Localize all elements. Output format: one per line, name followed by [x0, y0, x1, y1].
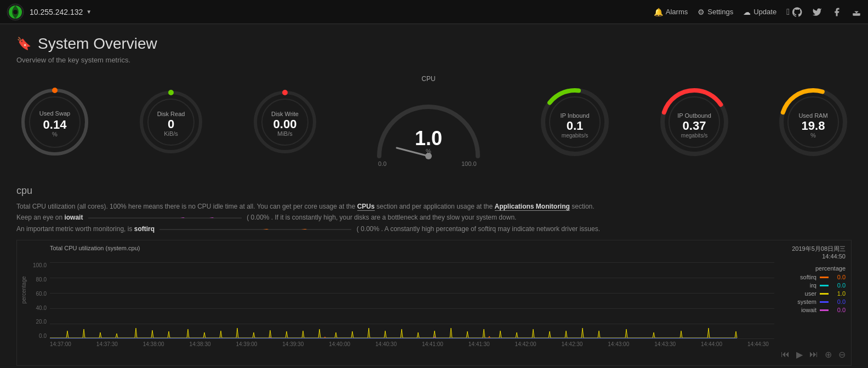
download-icon [852, 7, 861, 17]
page-subtitle: Overview of the key system metrics. [16, 56, 852, 64]
svg-text:1.0: 1.0 [415, 127, 442, 150]
zoom-in-button[interactable]: ⊕ [825, 349, 832, 360]
bell-icon: 🔔 [654, 8, 663, 16]
cpu-section: cpu Total CPU utilization (all cores). 1… [16, 185, 852, 366]
svg-text:%: % [810, 132, 816, 139]
legend-softirq: softirq 0.0 [789, 274, 846, 280]
x-label-3: 14:38:30 [190, 341, 211, 347]
iowait-color [820, 309, 829, 311]
used-swap-gauge: Used Swap 0.14 % [16, 84, 93, 160]
svg-text:Used Swap: Used Swap [39, 110, 70, 117]
x-label-6: 14:40:00 [329, 341, 350, 347]
alarms-nav[interactable]: 🔔 Alarms [654, 8, 688, 16]
cpu-gauge: CPU 0.0 100.0 1.0 % [363, 75, 494, 169]
softirq-color [820, 277, 829, 278]
twitter-nav[interactable] [812, 7, 822, 17]
svg-text:0.0: 0.0 [378, 160, 386, 167]
iowait-highlight: iowait [64, 214, 83, 221]
ip-outbound-gauge: IP Outbound 0.37 megabits/s [656, 84, 733, 160]
softirq-highlight: softirq [134, 225, 155, 233]
settings-nav[interactable]: ⚙ Settings [698, 8, 733, 16]
rewind-button[interactable]: ⏮ [781, 349, 790, 360]
svg-text:MiB/s: MiB/s [277, 130, 293, 137]
used-ram-gauge: Used RAM 19.8 % [775, 84, 852, 160]
dropdown-icon: ▼ [86, 9, 92, 15]
percentage-label: percentage [789, 265, 846, 272]
x-label-13: 14:43:30 [654, 341, 676, 347]
svg-point-2 [13, 10, 18, 14]
y-label-40: 40.0 [36, 305, 47, 311]
x-label-5: 14:39:30 [282, 341, 304, 347]
chart-title: Total CPU utilization (system.cpu) [50, 245, 140, 260]
svg-text:KiB/s: KiB/s [164, 130, 178, 137]
ip-inbound-gauge: IP Inbound 0.1 megabits/s [536, 84, 613, 160]
svg-text:Disk Read: Disk Read [157, 111, 185, 117]
app-logo [7, 3, 24, 21]
disk-read-gauge: Disk Read 0 KiB/s [135, 87, 207, 158]
cloud-icon: ☁ [743, 8, 751, 16]
play-button[interactable]: ▶ [796, 349, 803, 360]
github-icon:  [786, 7, 790, 17]
page-content: 🔖 System Overview Overview of the key sy… [0, 24, 868, 368]
x-axis: 14:37:00 14:37:30 14:38:00 14:38:30 14:3… [17, 339, 769, 347]
x-label-7: 14:40:30 [375, 341, 397, 347]
x-label-10: 14:42:00 [515, 341, 536, 347]
x-label-4: 14:39:00 [236, 341, 257, 347]
svg-text:%: % [52, 131, 58, 137]
github-nav[interactable]:  [786, 7, 802, 17]
bookmark-icon: 🔖 [16, 37, 31, 51]
disk-write-gauge: Disk Write 0.00 MiB/s [249, 87, 321, 158]
cpu-chart: Total CPU utilization (system.cpu) 2019年… [16, 240, 852, 366]
svg-text:19.8: 19.8 [802, 119, 825, 133]
chart-timestamp: 2019年5月08日周三 14:44:50 [792, 245, 846, 260]
download-nav[interactable] [852, 7, 861, 17]
app-monitoring-link[interactable]: Applications Monitoring [495, 203, 570, 211]
cpus-link[interactable]: CPUs [357, 203, 375, 211]
zoom-out-button[interactable]: ⊖ [838, 349, 846, 360]
svg-text:Disk Write: Disk Write [271, 111, 299, 117]
twitter-icon [812, 7, 822, 17]
fast-forward-button[interactable]: ⏭ [809, 349, 818, 360]
header-nav: 🔔 Alarms ⚙ Settings ☁ Update  [654, 7, 861, 17]
svg-text:IP Outbound: IP Outbound [677, 112, 711, 119]
softirq-sparkline [159, 229, 351, 230]
facebook-nav[interactable] [832, 7, 842, 17]
x-label-11: 14:42:30 [561, 341, 583, 347]
svg-text:0.14: 0.14 [43, 118, 67, 131]
chart-header: Total CPU utilization (system.cpu) 2019年… [17, 245, 851, 262]
cpu-section-title: cpu [16, 185, 852, 197]
github-icon [792, 7, 802, 17]
svg-text:0.1: 0.1 [567, 119, 584, 133]
gear-icon: ⚙ [698, 8, 705, 16]
svg-text:Used RAM: Used RAM [798, 112, 827, 119]
facebook-icon [832, 7, 842, 17]
gauges-row: Used Swap 0.14 % Disk Read 0 KiB/s Dis [16, 75, 852, 169]
user-color [820, 293, 829, 295]
svg-text:IP Inbound: IP Inbound [561, 112, 590, 119]
system-color [820, 301, 829, 303]
legend-irq: irq 0.0 [789, 282, 846, 289]
server-ip[interactable]: 10.255.242.132 ▼ [30, 8, 92, 16]
svg-text:100.0: 100.0 [461, 160, 477, 167]
y-label-0: 0.0 [39, 333, 47, 339]
x-label-0: 14:37:00 [50, 341, 71, 347]
iowait-sparkline [88, 217, 242, 219]
irq-color [820, 285, 829, 286]
x-label-15: 14:44:30 [747, 341, 769, 347]
svg-text:megabits/s: megabits/s [562, 133, 588, 139]
header: 10.255.242.132 ▼ 🔔 Alarms ⚙ Settings ☁ U… [0, 0, 868, 24]
svg-text:megabits/s: megabits/s [681, 133, 707, 139]
y-label-80: 80.0 [36, 277, 47, 283]
y-axis-label: percentage [21, 263, 27, 318]
page-title: 🔖 System Overview [16, 35, 852, 53]
svg-point-13 [168, 90, 174, 95]
x-label-1: 14:37:30 [96, 341, 118, 347]
svg-point-6 [52, 88, 58, 93]
x-label-14: 14:44:00 [701, 341, 722, 347]
x-label-12: 14:43:00 [608, 341, 629, 347]
y-label-100: 100.0 [33, 262, 47, 268]
chart-controls: ⏮ ▶ ⏭ ⊕ ⊖ [17, 347, 851, 361]
update-nav[interactable]: ☁ Update [743, 8, 776, 16]
y-label-60: 60.0 [36, 291, 47, 297]
svg-text:%: % [426, 148, 431, 154]
